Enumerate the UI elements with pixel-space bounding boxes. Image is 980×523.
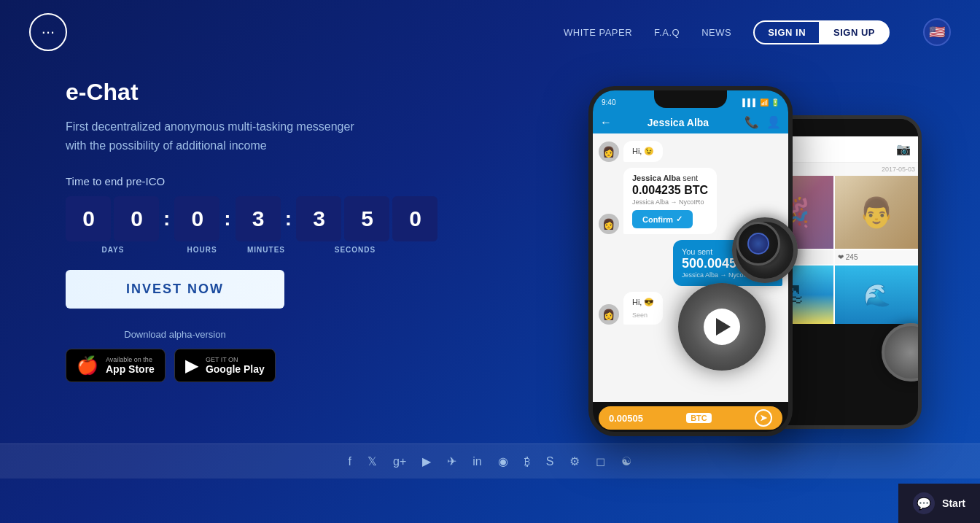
chat-widget-label: Start xyxy=(942,497,965,509)
logo-icon[interactable]: ··· xyxy=(29,13,67,51)
nav-whitepaper[interactable]: WHITE PAPER xyxy=(564,27,632,38)
call-icon[interactable]: 📞 xyxy=(744,115,759,129)
phone-time: 9:40 xyxy=(602,98,615,106)
seconds-digit-2: 5 xyxy=(344,196,389,241)
photo-4: 🌊 xyxy=(835,266,918,324)
appstore-text: Available on the App Store xyxy=(106,356,155,375)
timer-sep-3: : xyxy=(284,207,293,230)
social-footer: f 𝕏 g+ ▶ ✈ in ◉ ₿ S ⚙ ◻ ☯ xyxy=(0,443,980,479)
app-title: e-Chat xyxy=(66,79,438,106)
bitcoin-talk-icon[interactable]: ₿ xyxy=(524,455,530,468)
chat-widget[interactable]: 💬 Start xyxy=(898,484,980,523)
days-digit-2: 0 xyxy=(114,196,159,241)
msg2-amount: 0.004235 BTC xyxy=(632,184,708,197)
settings-icon[interactable]: ⚙ xyxy=(569,454,580,468)
timer-sep-2: : xyxy=(222,207,232,230)
days-label: DAYS xyxy=(66,246,160,254)
phone-signal: ▌▌▌ 📶 🔋 xyxy=(742,98,779,106)
invest-now-button[interactable]: INVEST NOW xyxy=(66,270,284,309)
msg2-route: Jessica Alba → NycoIRo xyxy=(632,198,704,206)
avatar-2: 👩 xyxy=(599,214,619,234)
chat-contact-name: Jessica Alba xyxy=(648,117,709,128)
googleplus-icon[interactable]: g+ xyxy=(393,455,406,468)
seconds-digit-3: 0 xyxy=(392,196,438,241)
header-actions: 📞 👤 xyxy=(744,115,781,129)
play-button[interactable] xyxy=(704,309,740,345)
camera-icon[interactable]: 📷 xyxy=(896,142,911,156)
profile-icon[interactable]: 👤 xyxy=(766,115,781,129)
msg1-text: Hi, 😉 xyxy=(632,147,655,156)
timer-sep-1: : xyxy=(162,207,171,230)
nav-faq[interactable]: F.A.Q xyxy=(654,27,680,38)
appstore-button[interactable]: 🍎 Available on the App Store xyxy=(66,349,166,382)
timer-unit-labels: DAYS HOURS MINUTES SECONDS xyxy=(66,246,438,254)
bubble-2: Jessica Alba sent 0.004235 BTC Jessica A… xyxy=(623,168,717,234)
reddit-icon[interactable]: ◉ xyxy=(498,454,508,468)
playstore-button[interactable]: ▶ GET IT ON Google Play xyxy=(174,349,276,382)
avatar-3: 👩 xyxy=(599,304,619,325)
confirm-button[interactable]: Confirm ✓ xyxy=(632,210,693,228)
wechat-icon[interactable]: ☯ xyxy=(621,454,631,468)
sep-spacer-2 xyxy=(228,246,241,254)
appstore-name: App Store xyxy=(106,363,155,375)
seconds-digit-1: 3 xyxy=(296,196,341,241)
phone-notch xyxy=(654,90,727,108)
instagram-icon[interactable]: ◻ xyxy=(596,454,605,468)
telegram-icon[interactable]: ✈ xyxy=(447,454,456,468)
left-panel: e-Chat First decentralized anonymous mul… xyxy=(66,71,438,436)
chat-message-1: 👩 Hi, 😉 xyxy=(599,141,782,162)
btc-badge: 0.00505 BTC ➤ xyxy=(599,406,782,430)
facebook-icon[interactable]: f xyxy=(349,455,351,468)
appstore-small-text: Available on the xyxy=(106,356,155,363)
main-content: e-Chat First decentralized anonymous mul… xyxy=(0,64,980,436)
playstore-small-text: GET IT ON xyxy=(206,356,265,363)
logo-area: ··· xyxy=(29,13,67,51)
apple-icon: 🍎 xyxy=(77,355,98,376)
right-panel: 👆 9:40 ▌▌▌ 📶 🔋 ← Jessic xyxy=(438,71,944,436)
back-icon[interactable]: ← xyxy=(600,116,612,129)
play-store-icon: ▶ xyxy=(185,355,198,376)
camera-decoration xyxy=(732,217,798,283)
sep-spacer-3 xyxy=(292,246,305,254)
camera-inner xyxy=(736,222,780,266)
timer-label: Time to end pre-ICO xyxy=(66,175,438,187)
minutes-digit-1: 3 xyxy=(236,196,281,241)
signin-button[interactable]: SIGN IN xyxy=(753,20,820,44)
nav-news[interactable]: NEWS xyxy=(701,27,731,38)
camera-lens-inner xyxy=(747,233,769,255)
signup-button[interactable]: SIGN UP xyxy=(819,20,890,44)
playstore-text: GET IT ON Google Play xyxy=(206,356,265,375)
download-label: Download alpha-version xyxy=(66,329,284,340)
lock-play-decoration xyxy=(678,283,766,371)
play-triangle-icon xyxy=(716,318,731,336)
hours-label: HOURS xyxy=(179,246,225,254)
avatar-1: 👩 xyxy=(599,142,619,162)
msg2-verb: sent xyxy=(682,174,698,182)
btc-label: BTC xyxy=(686,413,712,423)
speaker-decoration xyxy=(882,323,922,381)
phone2-likes: ❤ 245 xyxy=(835,250,918,264)
phone-header: ← Jessica Alba 📞 👤 xyxy=(593,111,788,133)
playstore-name: Google Play xyxy=(206,363,265,375)
nav-links: WHITE PAPER F.A.Q NEWS SIGN IN SIGN UP 🇺… xyxy=(564,18,951,46)
seen-label: Seen xyxy=(632,311,648,319)
steemit-icon[interactable]: S xyxy=(546,455,554,468)
chat-widget-icon: 💬 xyxy=(913,492,935,514)
minutes-label: MINUTES xyxy=(244,246,289,254)
linkedin-icon[interactable]: in xyxy=(472,455,481,468)
send-arrow[interactable]: ➤ xyxy=(755,409,772,427)
hours-digit-1: 0 xyxy=(174,196,219,241)
sep-spacer-1 xyxy=(163,246,176,254)
youtube-icon[interactable]: ▶ xyxy=(422,454,431,468)
language-selector[interactable]: 🇺🇸 xyxy=(923,18,951,46)
btc-amount: 0.00505 xyxy=(609,413,643,424)
nav-auth: SIGN IN SIGN UP xyxy=(753,20,890,44)
countdown-timer: 0 0 : 0 : 3 : 3 5 0 xyxy=(66,196,438,241)
twitter-icon[interactable]: 𝕏 xyxy=(368,454,377,468)
app-description: First decentralized anonymous multi-task… xyxy=(66,117,372,155)
days-digit-1: 0 xyxy=(66,196,111,241)
bubble-1: Hi, 😉 xyxy=(623,141,664,162)
store-buttons: 🍎 Available on the App Store ▶ GET IT ON… xyxy=(66,349,438,382)
photo-2: 👨 xyxy=(835,176,918,249)
msg2-sender: Jessica Alba xyxy=(632,174,680,182)
